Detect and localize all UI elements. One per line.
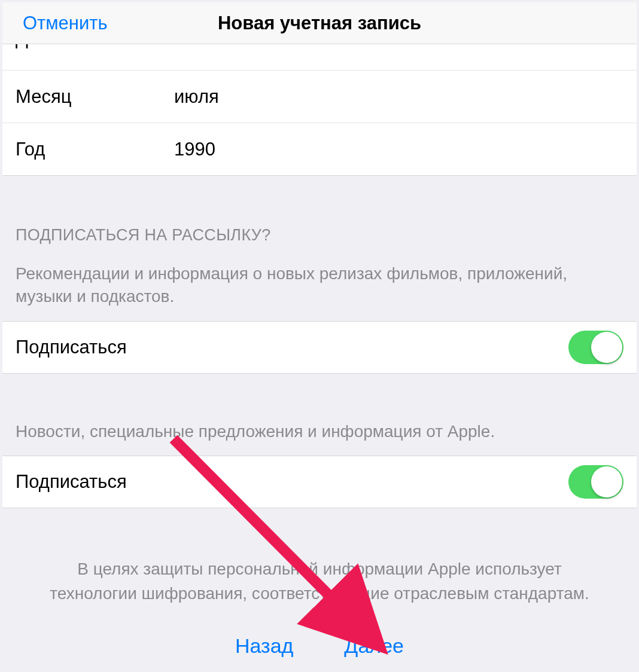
month-value: июля xyxy=(174,86,219,108)
year-label: Год xyxy=(16,139,174,160)
privacy-notice: В целях защиты персональной информации A… xyxy=(2,508,637,606)
day-label: День xyxy=(16,44,174,49)
year-value: 1990 xyxy=(174,139,215,160)
subscribe-section-header: ПОДПИСАТЬСЯ НА РАССЫЛКУ? xyxy=(2,176,637,251)
year-row[interactable]: Год 1990 xyxy=(2,123,637,176)
subscribe-desc-2: Новости, специальные предложения и инфор… xyxy=(2,374,637,456)
date-form-group: День 5 Месяц июля Год 1990 xyxy=(2,44,637,176)
subscribe-label-1: Подписаться xyxy=(16,337,127,358)
month-row[interactable]: Месяц июля xyxy=(2,71,637,123)
subscribe-toggle-2[interactable] xyxy=(568,465,623,499)
month-label: Месяц xyxy=(16,86,174,108)
subscribe-desc-1: Рекомендации и информация о новых релиза… xyxy=(2,251,637,321)
footer-buttons: Назад Далее xyxy=(2,634,637,658)
day-value: 5 xyxy=(174,44,184,49)
subscribe-row-2: Подписаться xyxy=(2,456,637,508)
day-row[interactable]: День 5 xyxy=(2,44,637,71)
subscribe-toggle-1[interactable] xyxy=(568,331,623,364)
nav-bar: Отменить Новая учетная запись xyxy=(2,2,637,44)
cancel-button[interactable]: Отменить xyxy=(23,13,108,34)
next-button[interactable]: Далее xyxy=(344,634,404,658)
subscribe-label-2: Подписаться xyxy=(16,471,127,493)
back-button[interactable]: Назад xyxy=(235,634,293,658)
subscribe-row-1: Подписаться xyxy=(2,321,637,374)
